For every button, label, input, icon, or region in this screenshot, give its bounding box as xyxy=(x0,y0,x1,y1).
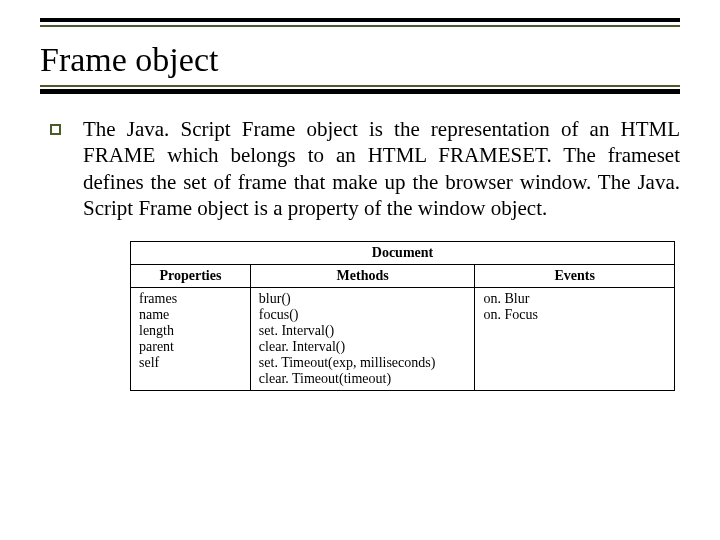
rule-top-thick xyxy=(40,18,680,22)
rule-under-thick xyxy=(40,89,680,94)
slide: Frame object The Java. Script Frame obje… xyxy=(0,0,720,421)
method-item: clear. Interval() xyxy=(259,339,467,355)
rule-top-thin xyxy=(40,25,680,27)
document-table: Document Properties Methods Events frame… xyxy=(130,241,675,391)
slide-title: Frame object xyxy=(40,41,680,79)
method-item: set. Interval() xyxy=(259,323,467,339)
col-header-events: Events xyxy=(475,265,675,288)
method-item: clear. Timeout(timeout) xyxy=(259,371,467,387)
body-row: The Java. Script Frame object is the rep… xyxy=(40,116,680,221)
event-item: on. Focus xyxy=(483,307,666,323)
prop-item: frames xyxy=(139,291,242,307)
table-span-header: Document xyxy=(131,242,675,265)
rule-under-thin xyxy=(40,85,680,87)
method-item: set. Timeout(exp, milliseconds) xyxy=(259,355,467,371)
body-paragraph: The Java. Script Frame object is the rep… xyxy=(83,116,680,221)
col-header-properties: Properties xyxy=(131,265,251,288)
cell-properties: frames name length parent self xyxy=(131,288,251,391)
prop-item: self xyxy=(139,355,242,371)
method-item: focus() xyxy=(259,307,467,323)
method-item: blur() xyxy=(259,291,467,307)
bullet-square-icon xyxy=(50,124,61,135)
cell-events: on. Blur on. Focus xyxy=(475,288,675,391)
table-wrap: Document Properties Methods Events frame… xyxy=(130,241,675,391)
prop-item: length xyxy=(139,323,242,339)
event-item: on. Blur xyxy=(483,291,666,307)
col-header-methods: Methods xyxy=(250,265,475,288)
prop-item: parent xyxy=(139,339,242,355)
prop-item: name xyxy=(139,307,242,323)
cell-methods: blur() focus() set. Interval() clear. In… xyxy=(250,288,475,391)
